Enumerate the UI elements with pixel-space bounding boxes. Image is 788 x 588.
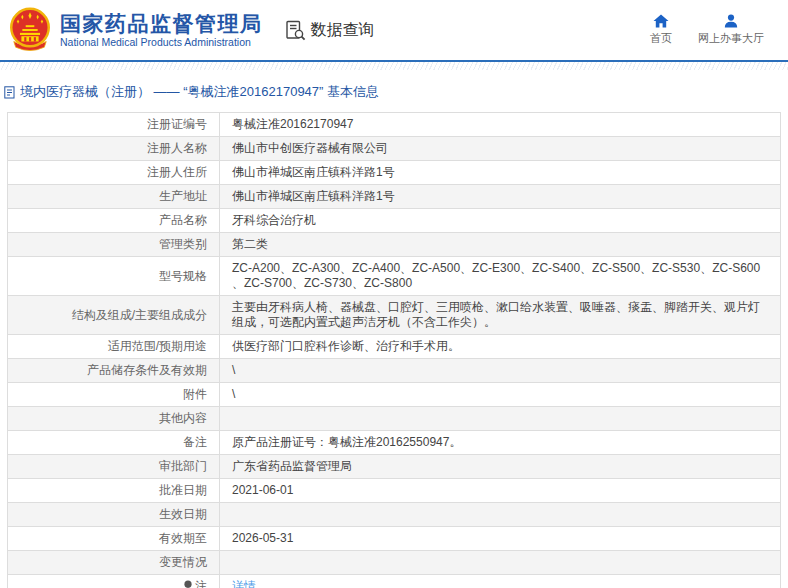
row-value: 2021-06-01 [220, 479, 781, 503]
row-value: 第二类 [220, 233, 781, 257]
user-icon [724, 14, 738, 28]
data-query-icon [285, 20, 306, 41]
row-label: 变更情况 [8, 551, 220, 575]
row-label: 管理类别 [8, 233, 220, 257]
row-value: 2026-05-31 [220, 527, 781, 551]
table-row: 其他内容 [8, 407, 781, 431]
row-value: 广东省药品监督管理局 [220, 455, 781, 479]
table-row: 生产地址佛山市禅城区南庄镇科洋路1号 [8, 185, 781, 209]
row-value-note: 详情 [220, 575, 781, 588]
row-value: \ [220, 383, 781, 407]
table-row: 产品储存条件及有效期\ [8, 359, 781, 383]
row-value: 佛山市中创医疗器械有限公司 [220, 137, 781, 161]
row-value: 主要由牙科病人椅、器械盘、口腔灯、三用喷枪、漱口给水装置、吸唾器、痰盂、脚踏开关… [220, 296, 781, 335]
table-row: 备注原产品注册证号：粤械注准20162550947。 [8, 431, 781, 455]
row-value: 佛山市禅城区南庄镇科洋路1号 [220, 185, 781, 209]
row-value [220, 407, 781, 431]
table-row: 注 详情 [8, 575, 781, 588]
row-value: 原产品注册证号：粤械注准20162550947。 [220, 431, 781, 455]
page: 国家药品监督管理局 National Medical Products Admi… [0, 0, 788, 588]
row-value: \ [220, 359, 781, 383]
nav-home-label: 首页 [650, 31, 672, 46]
row-label: 生效日期 [8, 503, 220, 527]
row-label-note: 注 [8, 575, 220, 588]
row-value: ZC-A200、ZC-A300、ZC-A400、ZC-A500、ZC-E300、… [220, 257, 781, 296]
brand: 国家药品监督管理局 National Medical Products Admi… [8, 7, 263, 53]
detail-link[interactable]: 详情 [232, 579, 256, 588]
row-label: 审批部门 [8, 455, 220, 479]
table-row: 型号规格ZC-A200、ZC-A300、ZC-A400、ZC-A500、ZC-E… [8, 257, 781, 296]
brand-text: 国家药品监督管理局 National Medical Products Admi… [60, 12, 263, 49]
row-label: 产品储存条件及有效期 [8, 359, 220, 383]
row-label: 附件 [8, 383, 220, 407]
document-icon [4, 86, 15, 99]
hatch-band [0, 62, 788, 70]
nav-home[interactable]: 首页 [650, 14, 672, 46]
row-label: 注册人住所 [8, 161, 220, 185]
row-label: 适用范围/预期用途 [8, 335, 220, 359]
header: 国家药品监督管理局 National Medical Products Admi… [0, 0, 788, 60]
nav-service-hall-label: 网上办事大厅 [698, 31, 764, 46]
row-label: 结构及组成/主要组成成分 [8, 296, 220, 335]
table-row: 适用范围/预期用途供医疗部门口腔科作诊断、治疗和手术用。 [8, 335, 781, 359]
row-value [220, 551, 781, 575]
row-label: 注册证编号 [8, 113, 220, 137]
row-value: 供医疗部门口腔科作诊断、治疗和手术用。 [220, 335, 781, 359]
table-row: 批准日期2021-06-01 [8, 479, 781, 503]
row-label: 产品名称 [8, 209, 220, 233]
note-label: 注 [195, 579, 207, 588]
note-icon [183, 580, 193, 588]
row-value: 牙科综合治疗机 [220, 209, 781, 233]
row-label: 备注 [8, 431, 220, 455]
table-row: 注册人名称佛山市中创医疗器械有限公司 [8, 137, 781, 161]
nav-service-hall[interactable]: 网上办事大厅 [698, 14, 764, 46]
row-label: 批准日期 [8, 479, 220, 503]
table-row: 注册证编号粤械注准20162170947 [8, 113, 781, 137]
home-icon [653, 14, 669, 28]
breadcrumb-text: 境内医疗器械（注册） —— “粤械注准20162170947” 基本信息 [20, 83, 379, 101]
site-subtitle: National Medical Products Administration [60, 36, 263, 49]
row-value [220, 503, 781, 527]
row-value: 佛山市禅城区南庄镇科洋路1号 [220, 161, 781, 185]
site-title: 国家药品监督管理局 [60, 12, 263, 36]
table-row: 注册人住所佛山市禅城区南庄镇科洋路1号 [8, 161, 781, 185]
table-row: 附件\ [8, 383, 781, 407]
row-label: 型号规格 [8, 257, 220, 296]
row-label: 其他内容 [8, 407, 220, 431]
table-row: 结构及组成/主要组成成分主要由牙科病人椅、器械盘、口腔灯、三用喷枪、漱口给水装置… [8, 296, 781, 335]
table-row: 变更情况 [8, 551, 781, 575]
row-label: 有效期至 [8, 527, 220, 551]
table-row: 管理类别第二类 [8, 233, 781, 257]
table-row: 生效日期 [8, 503, 781, 527]
row-value: 粤械注准20162170947 [220, 113, 781, 137]
data-query-label: 数据查询 [311, 20, 375, 41]
info-table-wrap: 注册证编号粤械注准20162170947 注册人名称佛山市中创医疗器械有限公司 … [0, 112, 788, 588]
table-row: 产品名称牙科综合治疗机 [8, 209, 781, 233]
header-right-nav: 首页 网上办事大厅 [650, 14, 774, 46]
row-label: 生产地址 [8, 185, 220, 209]
info-table: 注册证编号粤械注准20162170947 注册人名称佛山市中创医疗器械有限公司 … [7, 112, 781, 588]
breadcrumb: 境内医疗器械（注册） —— “粤械注准20162170947” 基本信息 [0, 70, 788, 112]
nav-data-query[interactable]: 数据查询 [285, 20, 375, 41]
table-row: 有效期至2026-05-31 [8, 527, 781, 551]
national-emblem-logo [8, 7, 52, 53]
row-label: 注册人名称 [8, 137, 220, 161]
table-row: 审批部门广东省药品监督管理局 [8, 455, 781, 479]
